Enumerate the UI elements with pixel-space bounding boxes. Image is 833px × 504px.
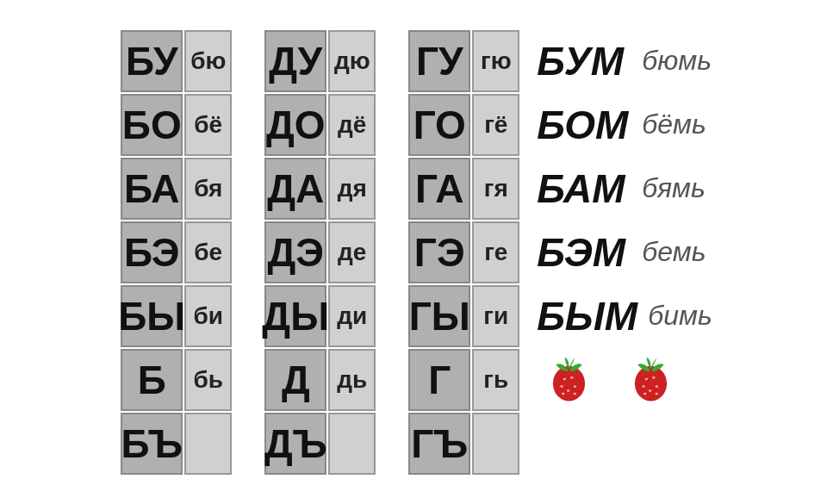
word-row-3: БАМ бямь <box>537 158 712 220</box>
word-bym: БЫМ <box>537 293 637 339</box>
cell-bya: бя <box>184 158 232 220</box>
cell-dy: ДЫ <box>264 285 326 347</box>
word-byom: бёмь <box>642 109 706 140</box>
cell-bu: БУ <box>121 30 183 92</box>
cell-dye: де <box>328 221 376 283</box>
cell-byo: бё <box>184 94 232 156</box>
cell-ga: ГА <box>408 158 470 220</box>
cell-g: Г <box>408 349 470 411</box>
column-group-b: БУ БО БА БЭ БЫ Б БЪ бю бё бя бе би бь <box>121 30 232 475</box>
cell-dyo: дё <box>328 94 376 156</box>
word-row-2: БОМ бёмь <box>537 94 712 156</box>
word-byem: бемь <box>642 236 706 268</box>
cell-dempty <box>328 413 376 475</box>
cell-bhard: БЪ <box>121 413 183 475</box>
cell-dyi: ди <box>328 285 376 347</box>
cell-gyo: гё <box>472 94 519 156</box>
word-bem: БЭМ <box>537 229 631 276</box>
cell-gyi: ги <box>472 285 519 347</box>
svg-point-1 <box>556 375 569 392</box>
words-column: БУМ бюмь БОМ бёмь БАМ бямь БЭМ бемь БЫМ … <box>537 30 712 411</box>
cell-b: Б <box>121 349 183 411</box>
cell-d: Д <box>264 349 326 411</box>
word-byam: бямь <box>642 172 706 204</box>
cell-bsoft: бь <box>184 349 232 411</box>
cell-gu: ГУ <box>408 30 470 92</box>
cell-gy: ГЫ <box>408 285 470 347</box>
col-g-large: ГУ ГО ГА ГЭ ГЫ Г ГЪ <box>408 30 470 475</box>
cell-do: ДО <box>264 94 326 156</box>
word-byum: бюмь <box>642 45 712 77</box>
cell-dyu: дю <box>328 30 376 92</box>
cell-by: БЫ <box>121 285 183 347</box>
cell-gempty <box>472 413 519 475</box>
word-bum: БУМ <box>537 38 631 84</box>
cell-bye: бе <box>184 221 232 283</box>
col-d-small: дю дё дя де ди дь <box>328 30 376 475</box>
cell-du: ДУ <box>264 30 326 92</box>
svg-point-15 <box>643 385 645 388</box>
cell-byu: бю <box>184 30 232 92</box>
cell-bo: БО <box>121 94 183 156</box>
cell-go: ГО <box>408 94 470 156</box>
cell-ghard: ГЪ <box>408 413 470 475</box>
cell-be: БЭ <box>121 221 183 283</box>
col-d-large: ДУ ДО ДА ДЭ ДЫ Д ДЪ <box>264 30 326 475</box>
cell-gyu: гю <box>472 30 519 92</box>
cell-byi: би <box>184 285 232 347</box>
word-row-5: БЫМ бимь <box>537 285 712 347</box>
word-row-4: БЭМ бемь <box>537 221 712 283</box>
strawberry-2-icon <box>627 356 674 403</box>
cell-gya: гя <box>472 158 519 220</box>
strawberry-1-icon <box>545 356 593 403</box>
word-bom: БОМ <box>537 102 631 148</box>
cell-de: ДЭ <box>264 221 326 283</box>
strawberry-row <box>537 349 712 411</box>
column-group-g: ГУ ГО ГА ГЭ ГЫ Г ГЪ гю гё гя ге ги гь <box>408 30 519 475</box>
column-group-d: ДУ ДО ДА ДЭ ДЫ Д ДЪ дю дё дя де ди дь <box>264 30 376 475</box>
cell-dhard: ДЪ <box>264 413 326 475</box>
cell-ba: БА <box>121 158 183 220</box>
svg-point-17 <box>649 389 651 392</box>
col-b-small: бю бё бя бе би бь <box>184 30 232 475</box>
word-bam: БАМ <box>537 165 631 212</box>
word-byim: бимь <box>648 300 712 332</box>
cell-da: ДА <box>264 158 326 220</box>
cell-gye: ге <box>472 221 519 283</box>
svg-point-5 <box>561 385 563 388</box>
cell-dsoft: дь <box>328 349 376 411</box>
cell-dya: дя <box>328 158 376 220</box>
svg-point-7 <box>567 389 569 392</box>
col-b-large: БУ БО БА БЭ БЫ Б БЪ <box>121 30 183 475</box>
cell-gsoft: гь <box>472 349 519 411</box>
word-row-1: БУМ бюмь <box>537 30 712 92</box>
cell-bempty <box>184 413 232 475</box>
svg-point-11 <box>638 375 650 392</box>
page: БУ БО БА БЭ БЫ Б БЪ бю бё бя бе би бь ДУ… <box>108 22 724 483</box>
cell-ge: ГЭ <box>408 221 470 283</box>
col-g-small: гю гё гя ге ги гь <box>472 30 519 475</box>
